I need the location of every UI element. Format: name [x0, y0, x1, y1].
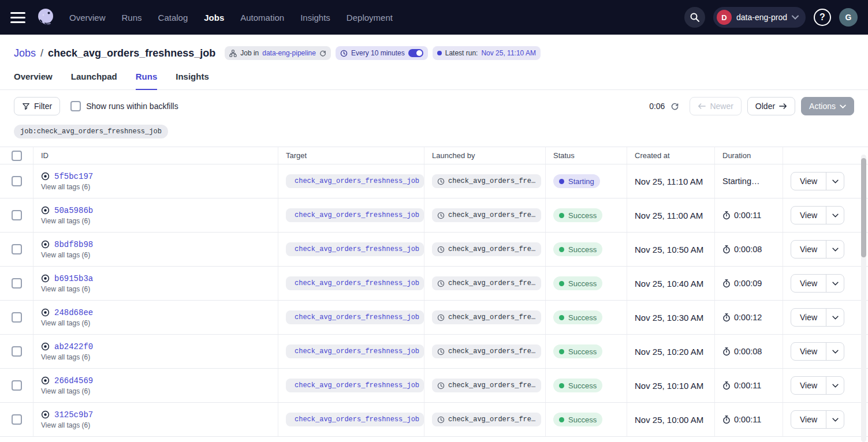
user-avatar[interactable]: G — [839, 8, 858, 27]
view-menu-button[interactable] — [826, 411, 844, 428]
dagster-logo-icon[interactable] — [35, 6, 57, 28]
target-pill[interactable]: check_avg_orders_freshness_job — [286, 242, 424, 256]
run-id-link[interactable]: 3125c9b7 — [54, 410, 93, 419]
table-row: 5f5bc197 View all tags (6) check_avg_ord… — [0, 164, 868, 198]
launched-by-pill[interactable]: check_avg_orders_freshness_job — [432, 413, 541, 426]
run-id-link[interactable]: b6915b3a — [54, 274, 93, 283]
tab-overview[interactable]: Overview — [14, 72, 53, 89]
menu-icon[interactable] — [10, 12, 25, 23]
view-all-tags-link[interactable]: View all tags (6) — [41, 217, 90, 225]
nav-item-insights[interactable]: Insights — [300, 13, 330, 23]
launched-by-pill[interactable]: check_avg_orders_freshness_job — [432, 174, 541, 188]
launched-by-pill[interactable]: check_avg_orders_freshness_job — [432, 276, 541, 290]
view-menu-button[interactable] — [826, 241, 844, 258]
target-name: check_avg_orders_freshness_job — [295, 347, 419, 355]
row-checkbox[interactable] — [12, 176, 22, 186]
filter-button[interactable]: Filter — [14, 97, 60, 115]
launched-by-pill[interactable]: check_avg_orders_freshness_job — [432, 379, 541, 392]
tab-runs[interactable]: Runs — [136, 72, 158, 90]
target-pill[interactable]: check_avg_orders_freshness_job — [286, 174, 424, 188]
view-menu-button[interactable] — [826, 173, 844, 190]
view-button[interactable]: View — [791, 377, 826, 394]
actions-button[interactable]: Actions — [801, 97, 854, 115]
nav-item-jobs[interactable]: Jobs — [204, 13, 224, 23]
row-checkbox[interactable] — [12, 210, 22, 220]
view-all-tags-link[interactable]: View all tags (6) — [41, 387, 90, 395]
nav-item-catalog[interactable]: Catalog — [158, 13, 188, 23]
view-menu-button[interactable] — [826, 343, 844, 360]
view-button[interactable]: View — [791, 207, 826, 224]
nav-item-overview[interactable]: Overview — [69, 13, 106, 23]
nav-item-automation[interactable]: Automation — [240, 13, 284, 23]
workspace-name: data-eng-prod — [736, 13, 787, 22]
older-button[interactable]: Older — [747, 97, 795, 115]
vertical-scrollbar[interactable] — [861, 155, 866, 442]
status-label: Success — [568, 245, 597, 254]
show-backfills-checkbox[interactable] — [70, 101, 81, 111]
run-id-link[interactable]: 50a5986b — [54, 206, 93, 215]
help-button[interactable]: ? — [814, 9, 831, 26]
refresh-icon[interactable] — [670, 102, 679, 111]
reload-icon[interactable] — [319, 50, 326, 57]
view-button[interactable]: View — [791, 275, 826, 292]
nav-item-runs[interactable]: Runs — [122, 13, 142, 23]
row-checkbox[interactable] — [12, 346, 22, 357]
target-pill[interactable]: check_avg_orders_freshness_job — [286, 276, 424, 290]
scrollbar-thumb[interactable] — [861, 158, 866, 257]
duration-value: 0:00:12 — [734, 313, 762, 322]
tab-insights[interactable]: Insights — [176, 72, 209, 89]
runs-toolbar: Filter Show runs within backfills 0:06 N… — [0, 90, 868, 122]
run-id-link[interactable]: 5f5bc197 — [54, 172, 93, 181]
view-menu-button[interactable] — [826, 275, 844, 292]
run-id-link[interactable]: 248d68ee — [54, 308, 93, 317]
target-pill[interactable]: check_avg_orders_freshness_job — [286, 310, 424, 324]
row-checkbox[interactable] — [12, 278, 22, 289]
latest-run-link[interactable]: Nov 25, 11:10 AM — [481, 49, 536, 57]
target-pill[interactable]: check_avg_orders_freshness_job — [286, 344, 424, 358]
view-button[interactable]: View — [791, 241, 826, 258]
view-all-tags-link[interactable]: View all tags (6) — [41, 183, 90, 191]
row-checkbox[interactable] — [12, 244, 22, 254]
pipeline-link[interactable]: data-eng-pipeline — [262, 49, 316, 57]
workspace-switcher[interactable]: D data-eng-prod — [713, 7, 806, 28]
newer-button[interactable]: Newer — [690, 97, 741, 115]
view-all-tags-link[interactable]: View all tags (6) — [41, 353, 90, 361]
launched-by-pill[interactable]: check_avg_orders_freshness_job — [432, 310, 541, 324]
schedule-toggle[interactable] — [408, 49, 423, 57]
chevron-down-icon — [832, 248, 839, 252]
run-id-link[interactable]: ab2422f0 — [54, 342, 93, 351]
launched-by-pill[interactable]: check_avg_orders_freshness_job — [432, 208, 541, 222]
view-menu-button[interactable] — [826, 377, 844, 394]
select-all-checkbox[interactable] — [12, 151, 22, 161]
status-dot-icon — [559, 417, 564, 422]
view-button[interactable]: View — [791, 343, 826, 360]
run-id-link[interactable]: 266d4569 — [54, 376, 93, 385]
run-id-link[interactable]: 8bdf8b98 — [54, 240, 93, 249]
launched-by-pill[interactable]: check_avg_orders_freshness_job — [432, 344, 541, 358]
view-menu-button[interactable] — [826, 207, 844, 224]
view-button[interactable]: View — [791, 173, 826, 190]
launched-by-name: check_avg_orders_freshness_job — [448, 381, 536, 389]
breadcrumb-jobs-link[interactable]: Jobs — [14, 47, 36, 59]
target-pill[interactable]: check_avg_orders_freshness_job — [286, 413, 424, 426]
job-filter-tag[interactable]: job:check_avg_orders_freshness_job — [14, 125, 168, 138]
row-checkbox[interactable] — [12, 414, 22, 425]
launched-by-pill[interactable]: check_avg_orders_freshness_job — [432, 242, 541, 256]
view-button[interactable]: View — [791, 411, 826, 428]
view-all-tags-link[interactable]: View all tags (6) — [41, 319, 90, 327]
created-at: Nov 25, 11:00 AM — [635, 211, 703, 220]
created-at: Nov 25, 10:30 AM — [635, 313, 703, 323]
search-button[interactable] — [684, 7, 705, 28]
view-all-tags-link[interactable]: View all tags (6) — [41, 285, 90, 293]
row-checkbox[interactable] — [12, 380, 22, 391]
view-button[interactable]: View — [791, 309, 826, 326]
view-all-tags-link[interactable]: View all tags (6) — [41, 421, 90, 429]
row-checkbox[interactable] — [12, 312, 22, 323]
view-all-tags-link[interactable]: View all tags (6) — [41, 251, 90, 259]
tab-launchpad[interactable]: Launchpad — [71, 72, 117, 89]
show-backfills-label[interactable]: Show runs within backfills — [86, 102, 178, 111]
nav-item-deployment[interactable]: Deployment — [347, 13, 393, 23]
view-menu-button[interactable] — [826, 309, 844, 326]
target-pill[interactable]: check_avg_orders_freshness_job — [286, 379, 424, 392]
target-pill[interactable]: check_avg_orders_freshness_job — [286, 208, 424, 222]
